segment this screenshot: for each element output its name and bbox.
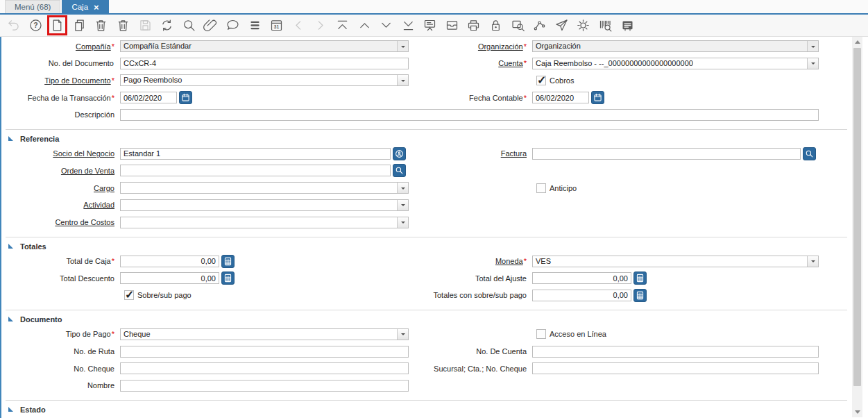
field-label-tipo-documento[interactable]: Tipo de Documento: [44, 76, 111, 85]
zoom-across-icon[interactable]: [509, 17, 527, 34]
forward-icon[interactable]: [312, 17, 329, 34]
calendar-button[interactable]: [179, 91, 192, 104]
refresh-icon[interactable]: [158, 17, 176, 34]
collapse-icon[interactable]: [8, 407, 13, 412]
no-documento-input[interactable]: [120, 58, 409, 69]
cuenta-select[interactable]: Caja Reembolso - --_00000000000000000000: [532, 58, 819, 69]
field-label-cargo[interactable]: Cargo: [94, 184, 114, 192]
field-label-actividad[interactable]: Actividad: [83, 201, 114, 209]
chevron-down-icon[interactable]: [397, 329, 408, 340]
field-label-orden-venta[interactable]: Orden de Venta: [61, 167, 114, 175]
compania-select[interactable]: Compañía Estándar: [120, 40, 409, 52]
attachment-icon[interactable]: [202, 17, 219, 34]
send-request-icon[interactable]: [553, 17, 570, 34]
tab-caja[interactable]: Caja ×: [62, 0, 108, 13]
sucursal-input[interactable]: [532, 362, 819, 374]
record-log-icon[interactable]: [246, 17, 264, 34]
calculator-button[interactable]: [633, 289, 647, 302]
scroll-down-icon[interactable]: [855, 410, 860, 414]
delete-selection-icon[interactable]: [114, 17, 132, 34]
calculator-button[interactable]: [221, 255, 235, 268]
field-label-socio-negocio[interactable]: Socio del Negocio: [53, 149, 114, 158]
next-record-icon[interactable]: [377, 17, 395, 34]
window-customization-icon[interactable]: [619, 17, 636, 34]
no-ruta-input[interactable]: [120, 346, 409, 358]
cobros-checkbox[interactable]: [536, 76, 546, 85]
collapse-icon[interactable]: [8, 317, 13, 321]
lock-icon[interactable]: [487, 17, 504, 34]
chevron-down-icon[interactable]: [397, 75, 408, 85]
calendar-button[interactable]: [591, 91, 604, 104]
first-record-icon[interactable]: [334, 17, 351, 34]
section-documento[interactable]: Documento: [6, 310, 847, 328]
chat-icon[interactable]: [224, 17, 241, 34]
print-icon[interactable]: [465, 17, 482, 34]
chevron-down-icon[interactable]: [807, 41, 818, 51]
back-icon[interactable]: [290, 17, 307, 34]
organizacion-select[interactable]: Organización: [532, 40, 819, 52]
calculator-button[interactable]: [633, 271, 647, 285]
close-icon[interactable]: ×: [94, 3, 99, 12]
chevron-down-icon[interactable]: [397, 200, 408, 210]
report-icon[interactable]: [421, 17, 439, 34]
nombre-input[interactable]: [120, 380, 409, 392]
fecha-transaccion-input[interactable]: [120, 92, 177, 103]
archive-icon[interactable]: [443, 17, 461, 34]
field-label-cuenta[interactable]: Cuenta: [498, 59, 522, 67]
business-partner-button[interactable]: [393, 147, 406, 160]
scroll-track[interactable]: [852, 47, 862, 407]
moneda-select[interactable]: VES: [532, 256, 819, 267]
anticipo-checkbox[interactable]: [536, 183, 546, 193]
total-descuento-input[interactable]: [120, 272, 219, 284]
chevron-down-icon[interactable]: [807, 256, 818, 267]
collapse-icon[interactable]: [8, 136, 13, 141]
section-totales[interactable]: Totales: [6, 237, 847, 256]
product-info-icon[interactable]: [597, 17, 614, 34]
chevron-down-icon[interactable]: [397, 217, 408, 228]
search-button[interactable]: [393, 164, 406, 177]
field-label-organizacion[interactable]: Organización: [478, 42, 523, 51]
copy-record-icon[interactable]: [71, 17, 88, 34]
workflow-icon[interactable]: [531, 17, 548, 34]
section-estado[interactable]: Estado: [6, 400, 847, 418]
collapse-icon[interactable]: [8, 244, 13, 249]
new-record-icon[interactable]: [49, 17, 66, 34]
orden-venta-input[interactable]: [120, 165, 391, 176]
fecha-contable-input[interactable]: [532, 92, 589, 103]
chevron-down-icon[interactable]: [397, 41, 408, 51]
search-button[interactable]: [803, 147, 816, 160]
tipo-documento-select[interactable]: Pago Reembolso: [120, 74, 409, 86]
actividad-select[interactable]: [120, 199, 409, 211]
total-caja-input[interactable]: [120, 256, 219, 267]
no-cuenta-input[interactable]: [532, 346, 819, 358]
field-label-centro-costos[interactable]: Centro de Costos: [55, 218, 114, 226]
sobre-sub-pago-checkbox[interactable]: [124, 290, 134, 300]
last-record-icon[interactable]: [400, 17, 417, 34]
field-label-compania[interactable]: Compañía: [76, 42, 111, 51]
field-label-factura[interactable]: Factura: [501, 149, 527, 158]
tab-menu[interactable]: Menú (68): [5, 0, 60, 13]
help-icon[interactable]: [27, 17, 44, 34]
scroll-up-icon[interactable]: [855, 40, 860, 44]
totales-sobre-sub-input[interactable]: [532, 290, 631, 301]
tipo-pago-select[interactable]: Cheque: [120, 328, 409, 340]
no-cheque-input[interactable]: [120, 362, 409, 374]
acceso-en-linea-checkbox[interactable]: [536, 329, 546, 339]
socio-negocio-input[interactable]: [120, 148, 391, 160]
previous-record-icon[interactable]: [356, 17, 373, 34]
vertical-scrollbar[interactable]: [852, 37, 862, 417]
delete-record-icon[interactable]: [92, 17, 110, 34]
save-icon[interactable]: [137, 17, 154, 34]
undo-icon[interactable]: [5, 17, 22, 34]
total-ajuste-input[interactable]: [532, 272, 631, 284]
centro-costos-select[interactable]: [120, 217, 409, 228]
descripcion-input[interactable]: [120, 109, 819, 121]
section-referencia[interactable]: Referencia: [6, 129, 847, 148]
field-label-moneda[interactable]: Moneda: [495, 257, 523, 265]
preferences-icon[interactable]: [575, 17, 592, 34]
calendar-icon[interactable]: [268, 17, 285, 34]
scroll-thumb[interactable]: [853, 48, 861, 386]
calculator-button[interactable]: [221, 271, 235, 285]
factura-input[interactable]: [532, 148, 801, 160]
find-icon[interactable]: [180, 17, 198, 34]
